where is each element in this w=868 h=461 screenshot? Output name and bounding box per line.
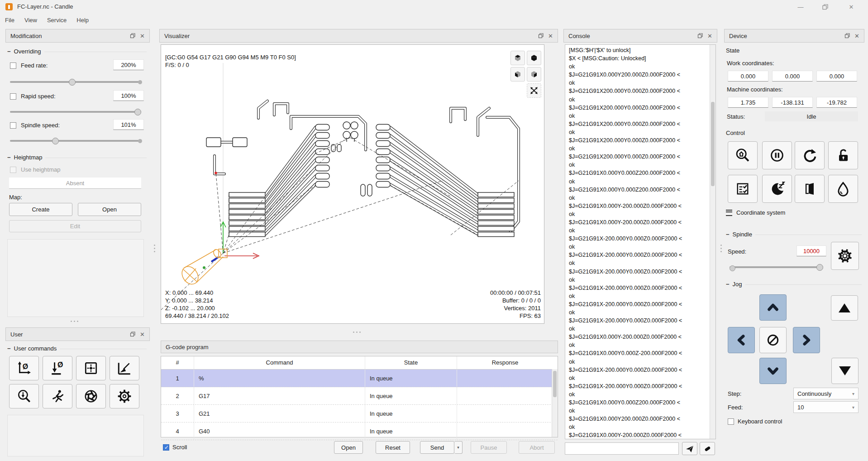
col-response[interactable]: Response: [457, 356, 553, 369]
control-restore-origin-button[interactable]: [795, 141, 825, 169]
keyboard-control-checkbox[interactable]: [728, 418, 734, 425]
float-panel-icon[interactable]: [130, 33, 135, 38]
spindle-speed-checkbox[interactable]: [10, 122, 16, 129]
spindle-slider[interactable]: [730, 266, 823, 268]
collapse-icon[interactable]: [7, 48, 11, 55]
close-panel-icon[interactable]: ✕: [854, 33, 859, 39]
user-command-safe-position-button[interactable]: [76, 356, 106, 380]
spindle-speed-value[interactable]: 10000: [796, 245, 826, 256]
gcode-table-row[interactable]: 1 % In queue: [161, 370, 558, 387]
menu-help[interactable]: Help: [72, 17, 94, 24]
jog-y-plus-button[interactable]: [759, 294, 787, 321]
use-heightmap-checkbox[interactable]: [10, 167, 16, 173]
feed-rate-slider[interactable]: [10, 81, 141, 83]
close-panel-icon[interactable]: ✕: [707, 33, 712, 39]
spindle-speed-slider-handle[interactable]: [52, 138, 59, 144]
close-button[interactable]: ✕: [841, 0, 862, 14]
restore-button[interactable]: [815, 0, 835, 14]
collapse-icon[interactable]: [7, 345, 11, 352]
view-side-button[interactable]: [527, 67, 541, 82]
pause-button[interactable]: Pause: [471, 441, 507, 454]
splitter-handle[interactable]: [353, 331, 361, 333]
abort-button[interactable]: Abort: [519, 441, 555, 454]
gcode-table-row[interactable]: 2 G17 In queue: [161, 387, 558, 405]
jog-z-plus-button[interactable]: [831, 295, 858, 321]
feed-rate-value[interactable]: 200%: [113, 59, 144, 70]
jog-z-minus-button[interactable]: [831, 358, 858, 384]
rapid-speed-value[interactable]: 100%: [113, 90, 144, 101]
float-panel-icon[interactable]: [697, 33, 703, 38]
console-command-input[interactable]: [565, 442, 679, 455]
control-flood-button[interactable]: [828, 175, 858, 203]
close-panel-icon[interactable]: ✕: [140, 331, 145, 338]
col-number[interactable]: #: [161, 356, 194, 369]
view-front-button[interactable]: [510, 67, 525, 82]
console-clear-button[interactable]: [700, 442, 715, 455]
float-panel-icon[interactable]: [538, 33, 544, 38]
user-command-probe-button[interactable]: [9, 384, 39, 408]
view-top-button[interactable]: [510, 51, 525, 65]
console-output[interactable]: [MSG:'$H'|'$X' to unlock]$X < [MSG:Cauti…: [565, 44, 716, 439]
jog-x-plus-button[interactable]: [793, 327, 820, 353]
feed-rate-checkbox[interactable]: [10, 62, 16, 69]
collapse-icon[interactable]: [7, 154, 11, 161]
rapid-speed-slider[interactable]: [10, 111, 141, 113]
step-select[interactable]: Continuously▾: [793, 388, 858, 399]
jog-x-minus-button[interactable]: [728, 327, 755, 353]
menu-view[interactable]: View: [19, 17, 42, 24]
float-panel-icon[interactable]: [844, 33, 850, 38]
user-command-settings-button[interactable]: [110, 384, 139, 408]
control-sleep-button[interactable]: [762, 175, 792, 203]
rapid-speed-slider-handle[interactable]: [134, 109, 141, 115]
feed-rate-slider-handle[interactable]: [69, 79, 76, 86]
control-door-button[interactable]: [795, 175, 825, 203]
jog-y-minus-button[interactable]: [759, 358, 787, 384]
spindle-slider-handle[interactable]: [816, 264, 823, 271]
heightmap-create-button[interactable]: Create: [9, 203, 72, 216]
menu-file[interactable]: File: [0, 17, 19, 24]
user-command-run-button[interactable]: [43, 384, 72, 408]
rapid-speed-checkbox[interactable]: [10, 93, 16, 100]
splitter-handle-vertical[interactable]: [154, 245, 155, 252]
jog-stop-button[interactable]: [759, 327, 787, 353]
splitter-handle-vertical[interactable]: [720, 245, 722, 252]
gcode-table-row[interactable]: 3 G21 In queue: [161, 405, 558, 423]
gcode-table-scrollbar[interactable]: [552, 369, 558, 437]
gcode-table-row[interactable]: 4 G40 In queue: [161, 423, 558, 440]
reset-button[interactable]: Reset: [376, 441, 410, 454]
feed-select[interactable]: 10▾: [793, 401, 858, 413]
visualizer-canvas[interactable]: [161, 44, 544, 324]
collapse-icon[interactable]: [726, 231, 730, 238]
heightmap-open-button[interactable]: Open: [78, 203, 141, 216]
open-file-button[interactable]: Open: [334, 441, 363, 454]
fit-view-button[interactable]: [527, 83, 541, 98]
console-scrollbar[interactable]: [710, 45, 715, 439]
control-zprobe-button[interactable]: [762, 141, 792, 169]
view-isometric-button[interactable]: [527, 51, 541, 65]
user-command-shutter-button[interactable]: [76, 384, 106, 408]
spindle-speed-value[interactable]: 101%: [113, 119, 144, 130]
spindle-speed-slider[interactable]: [10, 140, 141, 142]
control-home-button[interactable]: [728, 141, 758, 169]
spindle-toggle-button[interactable]: [831, 242, 859, 270]
user-command-zero-z-button[interactable]: Ø: [43, 356, 72, 380]
close-panel-icon[interactable]: ✕: [140, 33, 145, 39]
coordinate-system-header[interactable]: Coordinate system: [726, 209, 785, 216]
control-check-mode-button[interactable]: [728, 175, 758, 203]
user-command-zero-xy-button[interactable]: Ø: [9, 356, 39, 380]
console-send-button[interactable]: [682, 442, 697, 455]
gcode-table[interactable]: # Command State Response 1 % In queue 2 …: [161, 356, 558, 437]
send-button[interactable]: Send: [420, 441, 454, 454]
send-dropdown-button[interactable]: ▾: [454, 441, 463, 454]
scroll-checkbox[interactable]: [163, 444, 169, 451]
close-panel-icon[interactable]: ✕: [548, 33, 553, 39]
heightmap-edit-button[interactable]: Edit: [9, 220, 141, 232]
minimize-button[interactable]: —: [790, 0, 811, 14]
col-command[interactable]: Command: [194, 356, 365, 369]
collapse-icon[interactable]: [726, 281, 730, 288]
control-unlock-button[interactable]: [828, 141, 858, 169]
menu-service[interactable]: Service: [42, 17, 72, 24]
user-command-return-origin-button[interactable]: [110, 356, 139, 380]
float-panel-icon[interactable]: [130, 331, 135, 337]
splitter-handle[interactable]: [71, 321, 78, 322]
